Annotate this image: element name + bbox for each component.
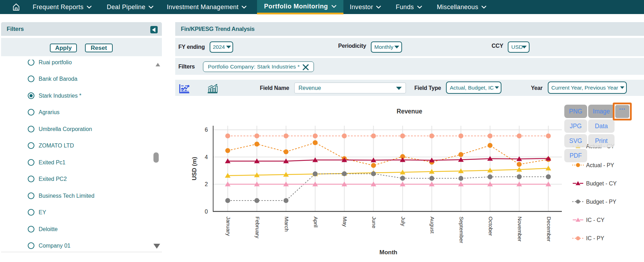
svg-text:USD (m): USD (m) <box>191 157 198 180</box>
svg-text:October: October <box>488 217 494 236</box>
svg-text:Budget - PY: Budget - PY <box>586 199 617 205</box>
svg-text:September: September <box>459 217 465 243</box>
svg-text:6: 6 <box>205 127 208 133</box>
svg-text:Revenue: Revenue <box>397 108 422 115</box>
svg-text:IC - CY: IC - CY <box>586 217 605 223</box>
svg-text:December: December <box>546 217 552 242</box>
svg-text:Actual - PY: Actual - PY <box>586 162 614 168</box>
svg-text:April: April <box>313 217 319 228</box>
svg-text:June: June <box>371 217 377 229</box>
svg-text:Budget - CY: Budget - CY <box>586 181 617 186</box>
svg-text:Month: Month <box>380 249 397 256</box>
svg-text:November: November <box>517 217 523 242</box>
svg-text:2: 2 <box>205 181 208 187</box>
svg-text:August: August <box>429 217 435 234</box>
svg-text:January: January <box>225 217 231 236</box>
svg-text:May: May <box>342 217 348 227</box>
svg-text:4: 4 <box>205 154 208 160</box>
svg-text:July: July <box>400 217 406 227</box>
svg-text:March: March <box>284 217 290 232</box>
svg-text:0: 0 <box>205 209 208 215</box>
svg-text:IC - PY: IC - PY <box>586 235 604 241</box>
svg-text:February: February <box>255 217 261 238</box>
